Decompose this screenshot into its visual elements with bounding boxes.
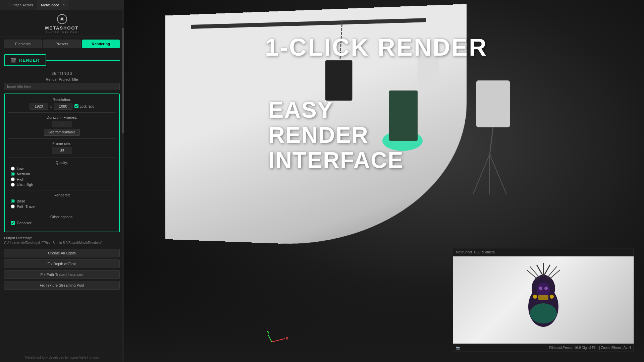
renderer-base-radio[interactable] bbox=[11, 199, 15, 203]
framerate-input[interactable] bbox=[52, 147, 72, 154]
logo-sub: PHOTO STUDIO bbox=[46, 31, 78, 34]
resolution-height-input[interactable] bbox=[54, 103, 72, 110]
overlay-text-1-span: 1-CLICK RENDER bbox=[265, 34, 488, 61]
quality-high[interactable]: High bbox=[8, 177, 116, 182]
resolution-width-input[interactable] bbox=[30, 103, 48, 110]
render-title-input[interactable] bbox=[4, 83, 120, 90]
title-bar-tabs: ⊞ Place Actors MetaShoot × bbox=[3, 0, 69, 10]
svg-text:Y: Y bbox=[267, 330, 270, 335]
lock-ratio-checkbox[interactable] bbox=[74, 104, 78, 108]
quality-high-radio[interactable] bbox=[11, 177, 15, 181]
quality-low-label: Low bbox=[17, 167, 23, 171]
scrollbar-thumb[interactable] bbox=[122, 28, 124, 133]
film-icon: 🎬 bbox=[11, 58, 16, 63]
logo-svg bbox=[59, 16, 65, 22]
fix-path-traced-label: Fix Path-Traced Instances bbox=[41, 273, 84, 277]
fix-path-traced-button[interactable]: Fix Path-Traced Instances bbox=[4, 270, 120, 279]
duration-row: Duration | Frames: Get from turntable bbox=[8, 115, 116, 136]
fix-depth-of-field-button[interactable]: Fix Depth of Field bbox=[4, 259, 120, 268]
overlay-line-interface: INTERFACE bbox=[268, 147, 404, 173]
quality-ultra-radio[interactable] bbox=[11, 183, 15, 187]
tab-elements-label: Elements bbox=[15, 42, 31, 46]
denoiser-label: Denoiser bbox=[17, 221, 32, 225]
renderer-path-tracer-label: Path Tracer bbox=[17, 204, 36, 208]
render-title-label: Render Project Title bbox=[4, 77, 120, 81]
denoiser-checkbox[interactable] bbox=[11, 221, 15, 225]
duration-input[interactable] bbox=[52, 121, 72, 127]
tab-elements[interactable]: Elements bbox=[4, 40, 42, 48]
viewport: 1-CLICK RENDER EASY RENDER INTERFACE X Y… bbox=[124, 0, 644, 362]
tab-rendering-label: Rendering bbox=[92, 42, 110, 46]
divider-1 bbox=[8, 112, 116, 113]
lock-ratio-label[interactable]: Lock ratio bbox=[74, 104, 94, 108]
quality-medium[interactable]: Medium bbox=[8, 171, 116, 177]
overlay-text-1: 1-CLICK RENDER bbox=[265, 34, 488, 61]
resolution-row: x Lock ratio bbox=[8, 103, 116, 110]
render-btn-container: 🎬 RENDER bbox=[4, 54, 120, 66]
overlay-line-easy: EASY bbox=[268, 97, 404, 122]
camera-preview-info: FilmbackPreset: 16:9 Digital Film | Zoom… bbox=[549, 346, 631, 350]
framerate-label: Frame rate: bbox=[52, 141, 71, 145]
lock-ratio-text: Lock ratio bbox=[80, 105, 94, 108]
camera-preview: MetaShoot_DSLRCamera bbox=[453, 248, 634, 352]
svg-rect-35 bbox=[538, 295, 548, 300]
svg-point-30 bbox=[533, 295, 537, 299]
other-options-label: Other options: bbox=[8, 215, 116, 219]
renderer-group: Renderer: Base Path Tracer bbox=[8, 193, 116, 209]
close-tab-icon[interactable]: × bbox=[63, 3, 65, 7]
output-dir-label: Output Directory: bbox=[4, 236, 120, 241]
axis-indicator: X Y bbox=[265, 328, 285, 342]
tab-rendering[interactable]: Rendering bbox=[82, 40, 120, 48]
tab-metashoot[interactable]: MetaShoot × bbox=[37, 0, 69, 10]
settings-box: Resolution: x Lock ratio Duration | Fram… bbox=[4, 94, 120, 232]
quality-group: Quality: Low Medium High bbox=[8, 161, 116, 187]
svg-point-34 bbox=[530, 303, 557, 323]
renderer-base-label: Base bbox=[17, 199, 25, 203]
update-all-lights-button[interactable]: Update All Lights bbox=[4, 249, 120, 257]
fix-texture-streaming-button[interactable]: Fix Texture Streaming Pool bbox=[4, 281, 120, 290]
quality-label: Quality: bbox=[8, 161, 116, 165]
overlay-line-render: RENDER bbox=[268, 122, 404, 147]
left-panel: ⊞ Place Actors MetaShoot × METASHOOT PHO… bbox=[0, 0, 124, 362]
tab-place-actors-label: Place Actors bbox=[12, 3, 33, 7]
scrollbar-track[interactable] bbox=[122, 10, 124, 362]
svg-line-25 bbox=[527, 270, 538, 280]
quality-low-radio[interactable] bbox=[11, 167, 15, 171]
quality-low[interactable]: Low bbox=[8, 166, 116, 171]
panel-content: 🎬 RENDER SETTINGS Render Project Title R… bbox=[0, 51, 124, 353]
quality-ultra-label: Ultra High bbox=[17, 183, 33, 187]
divider-4 bbox=[8, 190, 116, 190]
turntable-btn-label: Get from turntable bbox=[48, 130, 75, 134]
logo-brand: METASHOOT bbox=[45, 25, 78, 31]
render-button[interactable]: 🎬 RENDER bbox=[4, 54, 46, 66]
quality-high-label: High bbox=[17, 177, 24, 181]
quality-medium-radio[interactable] bbox=[11, 172, 15, 176]
framerate-row: Frame rate: bbox=[8, 141, 116, 155]
camera-preview-header: MetaShoot_DSLRCamera bbox=[453, 248, 634, 256]
svg-line-26 bbox=[548, 270, 560, 280]
logo-icon bbox=[57, 14, 67, 24]
tab-place-actors[interactable]: ⊞ Place Actors bbox=[3, 0, 37, 10]
nav-tabs: Elements Presets Rendering bbox=[0, 37, 124, 51]
svg-text:X: X bbox=[286, 336, 288, 340]
denoiser-option[interactable]: Denoiser bbox=[8, 220, 116, 226]
get-from-turntable-button[interactable]: Get from turntable bbox=[44, 129, 80, 136]
divider-2 bbox=[8, 138, 116, 139]
camera-preview-footer: 📷 FilmbackPreset: 16:9 Digital Film | Zo… bbox=[453, 344, 634, 352]
settings-heading: SETTINGS bbox=[4, 71, 120, 75]
tab-presets[interactable]: Presets bbox=[43, 40, 80, 48]
renderer-path-tracer-radio[interactable] bbox=[11, 204, 15, 208]
svg-point-29 bbox=[544, 287, 548, 290]
overlay-text-2: EASY RENDER INTERFACE bbox=[268, 97, 404, 172]
svg-point-0 bbox=[61, 18, 63, 20]
resolution-separator: x bbox=[50, 104, 52, 108]
svg-line-14 bbox=[272, 339, 285, 342]
title-bar: ⊞ Place Actors MetaShoot × bbox=[0, 0, 124, 10]
renderer-base[interactable]: Base bbox=[8, 198, 116, 204]
render-line-connector bbox=[46, 60, 120, 61]
svg-point-28 bbox=[539, 287, 542, 290]
renderer-path-tracer[interactable]: Path Tracer bbox=[8, 204, 116, 209]
footer-credit: MetaShoot fully developed by Jorge Valle… bbox=[0, 353, 124, 362]
quality-ultra-high[interactable]: Ultra High bbox=[8, 182, 116, 187]
divider-3 bbox=[8, 158, 116, 158]
